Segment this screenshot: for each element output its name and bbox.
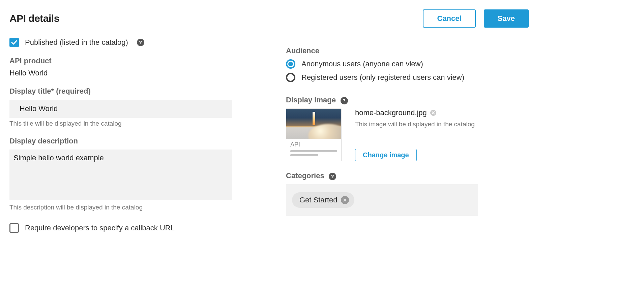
help-icon[interactable]: ? — [329, 173, 336, 180]
display-description-label: Display description — [9, 137, 242, 145]
published-label: Published (listed in the catalog) — [25, 38, 128, 47]
image-preview-card: API — [286, 108, 342, 161]
x-icon — [432, 111, 435, 114]
display-title-input[interactable] — [9, 100, 232, 118]
page-title: API details — [9, 13, 59, 24]
image-thumbnail — [286, 109, 341, 139]
image-filename: home-background.jpg — [355, 108, 427, 117]
check-icon — [11, 40, 17, 45]
remove-image-icon[interactable] — [430, 110, 436, 116]
display-description-hint: This description will be displayed in th… — [9, 204, 242, 211]
radio-icon — [286, 59, 295, 69]
categories-input[interactable]: Get Started — [286, 184, 478, 216]
change-image-button[interactable]: Change image — [355, 149, 417, 161]
api-product-label: API product — [9, 57, 242, 65]
help-icon[interactable]: ? — [137, 39, 144, 46]
published-checkbox[interactable] — [9, 38, 19, 47]
audience-option-label: Registered users (only registered users … — [301, 73, 464, 82]
placeholder-line — [290, 150, 337, 152]
categories-label: Categories — [286, 171, 324, 180]
placeholder-line — [290, 154, 318, 156]
x-icon — [343, 198, 347, 202]
display-title-label: Display title* (required) — [9, 87, 242, 96]
api-product-value: Hello World — [9, 69, 242, 77]
image-card-label: API — [290, 141, 337, 148]
callback-label: Require developers to specify a callback… — [25, 224, 175, 232]
audience-label: Audience — [286, 46, 529, 55]
callback-checkbox[interactable] — [9, 223, 19, 233]
display-description-input[interactable] — [9, 150, 232, 200]
radio-icon — [286, 73, 295, 82]
image-hint: This image will be displayed in the cata… — [355, 121, 529, 128]
chip-label: Get Started — [299, 196, 338, 204]
display-title-hint: This title will be displayed in the cata… — [9, 120, 242, 127]
display-image-label: Display image — [286, 96, 336, 104]
audience-option-registered[interactable]: Registered users (only registered users … — [286, 73, 529, 82]
cancel-button[interactable]: Cancel — [423, 9, 475, 28]
category-chip: Get Started — [292, 192, 354, 208]
help-icon[interactable]: ? — [341, 97, 348, 104]
save-button[interactable]: Save — [484, 9, 529, 28]
chip-remove-icon[interactable] — [341, 196, 349, 204]
audience-option-label: Anonymous users (anyone can view) — [301, 60, 423, 68]
audience-option-anonymous[interactable]: Anonymous users (anyone can view) — [286, 59, 529, 69]
